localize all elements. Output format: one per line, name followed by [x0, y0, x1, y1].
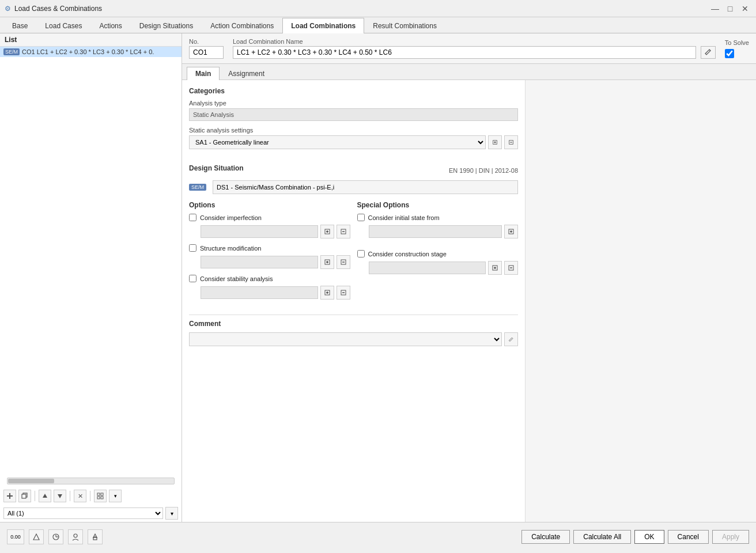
structure-mod-option: Structure modification	[189, 244, 350, 252]
categories-title: Categories	[189, 87, 518, 95]
imperfection-checkbox[interactable]	[189, 214, 196, 221]
svg-rect-43	[93, 537, 97, 540]
tab-main[interactable]: Main	[187, 67, 220, 80]
tab-load-combinations[interactable]: Load Combinations	[282, 18, 364, 33]
stability-field-row	[201, 286, 350, 300]
title-bar: ⚙ Load Cases & Combinations — □ ✕	[0, 0, 756, 17]
horizontal-scrollbar[interactable]	[7, 478, 175, 484]
inner-tab-bar: Main Assignment	[182, 64, 756, 80]
structure-mod-field-row	[201, 255, 350, 269]
tab-bar: Base Load Cases Actions Design Situation…	[0, 17, 756, 33]
structure-mod-edit-btn[interactable]	[337, 255, 350, 269]
footer-icon-4[interactable]	[88, 529, 103, 544]
delete-button[interactable]: ✕	[74, 490, 86, 502]
list-toolbar: ✕ ▾	[0, 487, 182, 505]
stability-edit-btn[interactable]	[337, 286, 350, 300]
imperfection-label: Consider imperfection	[200, 214, 262, 221]
filter-btn[interactable]: ▾	[165, 507, 178, 520]
tab-design-situations[interactable]: Design Situations	[131, 18, 202, 33]
move-down-button[interactable]	[54, 490, 66, 502]
structure-mod-input[interactable]	[201, 256, 318, 268]
comment-section: Comment	[189, 315, 518, 351]
comment-select[interactable]	[189, 332, 502, 346]
construction-stage-checkbox[interactable]	[357, 250, 365, 257]
static-settings-label: Static analysis settings	[189, 127, 518, 134]
svg-rect-9	[101, 497, 103, 499]
copy-button[interactable]	[18, 490, 31, 502]
footer-right: Calculate Calculate All OK Cancel Apply	[521, 530, 749, 544]
svg-rect-3	[22, 494, 26, 498]
analysis-type-label: Analysis type	[189, 100, 518, 107]
to-solve-checkbox[interactable]	[725, 49, 734, 58]
stability-new-btn[interactable]	[320, 286, 334, 300]
calculate-button[interactable]: Calculate	[521, 530, 570, 544]
right-panel: No. Load Combination Name To Solve Main	[182, 33, 756, 522]
add-button[interactable]	[3, 490, 16, 502]
stability-input[interactable]	[201, 286, 318, 299]
initial-state-new-btn[interactable]	[504, 225, 518, 238]
structure-mod-new-btn[interactable]	[320, 255, 334, 269]
close-button[interactable]: ✕	[739, 2, 751, 15]
structure-mod-checkbox[interactable]	[189, 244, 196, 252]
ds-badge: SE/M	[189, 184, 206, 191]
initial-state-input[interactable]	[369, 225, 502, 238]
construction-stage-new-btn[interactable]	[488, 261, 502, 275]
apply-button[interactable]: Apply	[712, 530, 749, 544]
calculate-all-button[interactable]: Calculate All	[573, 530, 631, 544]
imperfection-field-row	[201, 225, 350, 238]
analysis-type-field: Analysis type	[189, 100, 518, 121]
footer-icon-2[interactable]	[48, 529, 63, 544]
minimize-button[interactable]: —	[709, 2, 721, 15]
name-input[interactable]	[233, 46, 696, 59]
to-solve-label: To Solve	[725, 39, 749, 46]
construction-stage-input[interactable]	[369, 262, 486, 274]
stability-checkbox[interactable]	[189, 275, 196, 282]
tab-action-combinations[interactable]: Action Combinations	[202, 18, 282, 33]
edit-name-button[interactable]	[701, 46, 716, 59]
ok-button[interactable]: OK	[634, 530, 664, 544]
tab-result-combinations[interactable]: Result Combinations	[364, 18, 445, 33]
more-button[interactable]: ▾	[109, 490, 122, 502]
stability-label: Consider stability analysis	[200, 275, 273, 282]
name-field: Load Combination Name	[233, 38, 716, 59]
imperfection-edit-btn[interactable]	[337, 225, 350, 238]
svg-rect-6	[97, 493, 100, 495]
content-area: Categories Analysis type Static analysis…	[182, 80, 756, 522]
svg-rect-8	[97, 497, 100, 499]
static-settings-edit-button[interactable]	[504, 135, 518, 149]
cancel-button[interactable]: Cancel	[668, 530, 709, 544]
imperfection-new-btn[interactable]	[320, 225, 334, 238]
filter-select[interactable]: All (1)	[3, 507, 163, 519]
comment-edit-btn[interactable]	[504, 332, 518, 346]
design-standard: EN 1990 | DIN | 2012-08	[449, 167, 518, 174]
list-filter: All (1) ▾	[0, 505, 182, 522]
construction-stage-edit-btn[interactable]	[504, 261, 518, 275]
imperfection-input[interactable]	[201, 225, 318, 238]
maximize-button[interactable]: □	[724, 2, 736, 15]
static-settings-select[interactable]: SA1 - Geometrically linear	[189, 135, 486, 149]
tab-actions[interactable]: Actions	[90, 18, 130, 33]
footer-icon-0[interactable]: 0.00	[7, 529, 24, 544]
no-label: No.	[189, 38, 224, 45]
list-item[interactable]: SE/M CO1 LC1 + LC2 + 0.30 * LC3 + 0.30 *…	[0, 47, 182, 57]
footer-icon-3[interactable]	[68, 529, 83, 544]
footer-left: 0.00	[7, 529, 103, 544]
analysis-type-input[interactable]	[189, 108, 518, 121]
initial-state-checkbox[interactable]	[357, 214, 365, 221]
construction-stage-label: Consider construction stage	[368, 251, 447, 257]
static-settings-field: Static analysis settings SA1 - Geometric…	[189, 127, 518, 149]
special-options-title: Special Options	[357, 201, 519, 209]
to-solve-field: To Solve	[725, 39, 749, 58]
tab-assignment[interactable]: Assignment	[220, 67, 273, 80]
static-settings-new-button[interactable]	[488, 135, 502, 149]
footer-icon-1[interactable]	[29, 529, 44, 544]
move-up-button[interactable]	[39, 490, 51, 502]
design-sit-title: Design Situation	[189, 164, 244, 172]
design-situation-input[interactable]	[213, 180, 518, 194]
item-badge: SE/M	[3, 48, 20, 55]
grid-button[interactable]	[94, 490, 107, 502]
tab-base[interactable]: Base	[3, 18, 36, 33]
no-input[interactable]	[189, 46, 224, 59]
options-col: Options Consider imperfection	[189, 201, 350, 305]
tab-load-cases[interactable]: Load Cases	[36, 18, 90, 33]
